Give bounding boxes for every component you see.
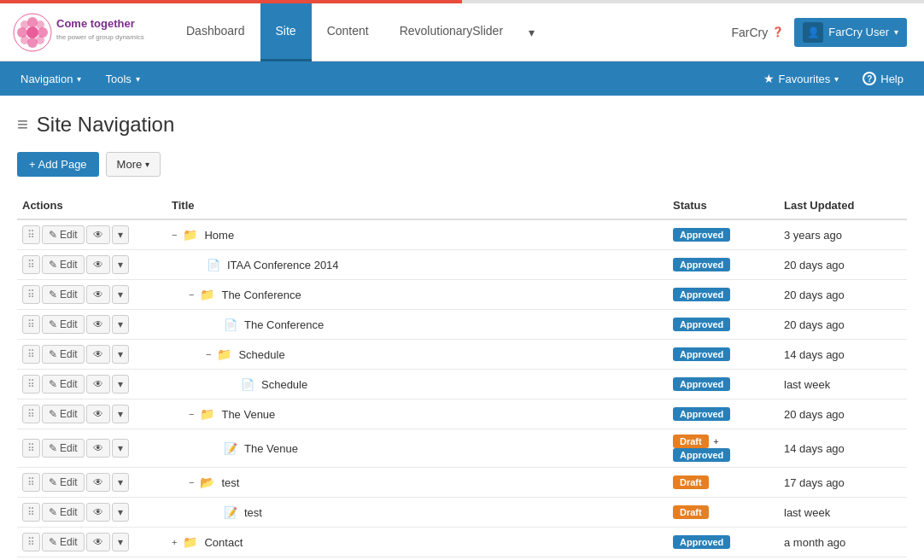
svg-text:the power of group dynamics: the power of group dynamics	[56, 33, 144, 41]
drag-handle[interactable]: ⠿	[22, 439, 40, 458]
actions-dropdown-button[interactable]: ▾	[112, 225, 129, 244]
folder-icon: 📁	[200, 288, 214, 301]
drag-handle[interactable]: ⠿	[22, 405, 40, 423]
actions-dropdown-button[interactable]: ▾	[112, 503, 129, 522]
drag-handle[interactable]: ⠿	[22, 375, 40, 394]
tab-dashboard[interactable]: Dashboard	[171, 3, 260, 61]
view-button[interactable]: 👁	[86, 473, 110, 492]
drag-handle[interactable]: ⠿	[22, 503, 40, 522]
page-title-text: ITAA Conference 2014	[227, 259, 339, 271]
col-header-actions: Actions	[17, 192, 167, 219]
edit-label: Edit	[60, 476, 78, 488]
view-button[interactable]: 👁	[86, 285, 110, 304]
expand-button[interactable]: −	[189, 477, 194, 487]
view-button[interactable]: 👁	[86, 405, 110, 423]
edit-label: Edit	[60, 536, 78, 548]
page-title-text: The Conference	[221, 289, 301, 301]
actions-dropdown-button[interactable]: ▾	[112, 255, 129, 274]
add-page-button[interactable]: + Add Page	[17, 152, 99, 177]
drag-handle[interactable]: ⠿	[22, 315, 40, 334]
drag-handle[interactable]: ⠿	[22, 473, 40, 492]
table-row: ⠿ ✎ Edit 👁 ▾ − 📁 The Venue Approved20 da…	[17, 400, 907, 429]
title-cell: 📝 test	[172, 506, 663, 519]
view-button[interactable]: 👁	[86, 255, 110, 274]
last-updated-cell: 14 days ago	[779, 340, 907, 370]
favourites-button[interactable]: ★ Favourites ▾	[751, 61, 851, 96]
view-button[interactable]: 👁	[86, 375, 110, 394]
pencil-icon: ✎	[49, 442, 57, 454]
pencil-icon: ✎	[49, 378, 57, 390]
col-header-title: Title	[167, 192, 668, 219]
view-button[interactable]: 👁	[86, 345, 110, 364]
folder-icon: 📁	[183, 535, 197, 549]
drag-handle[interactable]: ⠿	[22, 345, 40, 364]
edit-button[interactable]: ✎ Edit	[42, 439, 85, 458]
status-badge: Approved	[673, 347, 730, 361]
edit-button[interactable]: ✎ Edit	[42, 405, 85, 423]
tab-content[interactable]: Content	[312, 3, 384, 61]
more-button[interactable]: More ▾	[106, 152, 161, 177]
expand-button[interactable]: −	[189, 289, 194, 300]
edit-button[interactable]: ✎ Edit	[42, 345, 85, 364]
drag-handle[interactable]: ⠿	[22, 533, 40, 551]
nav-navigation[interactable]: Navigation ▾	[9, 61, 93, 96]
eye-icon: 👁	[93, 442, 103, 454]
tab-site[interactable]: Site	[260, 3, 312, 61]
user-menu[interactable]: 👤 FarCry User ▾	[794, 18, 907, 47]
action-group: ⠿ ✎ Edit 👁 ▾	[22, 473, 161, 492]
title-cell: 📄 The Conference	[172, 318, 663, 331]
drag-handle[interactable]: ⠿	[22, 285, 40, 304]
actions-dropdown-button[interactable]: ▾	[112, 315, 129, 334]
nav-tools[interactable]: Tools ▾	[93, 61, 151, 96]
edit-button[interactable]: ✎ Edit	[42, 533, 85, 551]
edit-page-icon: 📝	[224, 506, 237, 519]
status-badge: Approved	[673, 318, 730, 331]
status-badge: Approved	[673, 288, 730, 301]
view-button[interactable]: 👁	[86, 503, 110, 522]
expand-button[interactable]: +	[172, 537, 177, 547]
tab-revolutionary-slider[interactable]: RevolutionarySlider	[384, 3, 518, 61]
svg-point-5	[20, 20, 29, 29]
actions-dropdown-button[interactable]: ▾	[112, 345, 129, 364]
actions-dropdown-button[interactable]: ▾	[112, 533, 129, 551]
expand-button[interactable]: −	[172, 230, 177, 240]
actions-dropdown-button[interactable]: ▾	[112, 405, 129, 423]
eye-icon: 👁	[93, 506, 103, 518]
edit-button[interactable]: ✎ Edit	[42, 503, 85, 522]
status-badge: Approved	[673, 228, 730, 242]
table-row: ⠿ ✎ Edit 👁 ▾ − 📁 The Conference Approved…	[17, 280, 907, 310]
edit-label: Edit	[60, 259, 78, 271]
page-icon: 📄	[241, 378, 254, 391]
help-label: Help	[880, 73, 904, 85]
edit-button[interactable]: ✎ Edit	[42, 255, 85, 274]
actions-dropdown-button[interactable]: ▾	[112, 473, 129, 492]
edit-button[interactable]: ✎ Edit	[42, 473, 85, 492]
actions-dropdown-button[interactable]: ▾	[112, 285, 129, 304]
edit-button[interactable]: ✎ Edit	[42, 375, 85, 394]
drag-handle[interactable]: ⠿	[22, 225, 40, 244]
view-button[interactable]: 👁	[86, 315, 110, 334]
actions-dropdown-button[interactable]: ▾	[112, 439, 129, 458]
expand-button[interactable]: −	[206, 349, 211, 359]
page-title-text: Home	[204, 229, 234, 242]
expand-button[interactable]: −	[189, 409, 194, 419]
tab-more-dropdown[interactable]: ▾	[518, 3, 545, 61]
table-row: ⠿ ✎ Edit 👁 ▾ 📄 The Conference Approved20…	[17, 310, 907, 340]
status-badge: Approved	[673, 407, 730, 421]
action-group: ⠿ ✎ Edit 👁 ▾	[22, 225, 161, 244]
secondary-nav: Navigation ▾ Tools ▾ ★ Favourites ▾ ? He…	[0, 61, 924, 96]
edit-button[interactable]: ✎ Edit	[42, 285, 85, 304]
pencil-icon: ✎	[49, 318, 57, 330]
drag-handle[interactable]: ⠿	[22, 255, 40, 274]
view-button[interactable]: 👁	[86, 533, 110, 551]
view-button[interactable]: 👁	[86, 439, 110, 458]
last-updated-cell: 20 days ago	[779, 310, 907, 340]
edit-button[interactable]: ✎ Edit	[42, 315, 85, 334]
last-updated-cell: 20 days ago	[779, 280, 907, 310]
view-button[interactable]: 👁	[86, 225, 110, 244]
actions-dropdown-button[interactable]: ▾	[112, 375, 129, 394]
help-button[interactable]: ? Help	[851, 61, 915, 96]
edit-page-icon: 📝	[224, 442, 237, 455]
page-icon: 📄	[224, 318, 237, 331]
edit-button[interactable]: ✎ Edit	[42, 225, 85, 244]
